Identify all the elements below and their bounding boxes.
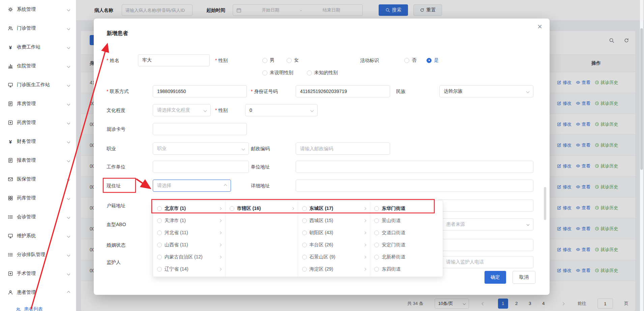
detail-address-input[interactable]	[296, 180, 533, 192]
chevron-down-icon	[67, 159, 70, 162]
sidebar-item-label: 财务管理	[17, 138, 67, 145]
cascader-option[interactable]: 安定门街道	[370, 239, 443, 251]
gender-radio-group: 男女	[262, 54, 299, 66]
blood-type-label: 血型ABO	[107, 218, 126, 230]
charge-workstation-icon: ¥	[7, 44, 13, 50]
marital-status-input[interactable]	[438, 239, 533, 251]
cascader-option-label: 西城区 (15)	[310, 218, 364, 224]
sidebar-item-11[interactable]: 药库管理	[0, 189, 76, 208]
work-unit-label: 工作单位	[107, 161, 125, 173]
sidebar-item-4[interactable]: 住院管理	[0, 57, 76, 75]
ethnicity-select[interactable]: 达斡尔族	[439, 85, 533, 97]
confirm-button[interactable]: 确定	[485, 271, 506, 284]
chevron-down-icon	[67, 253, 70, 256]
window-scrollbar[interactable]	[640, 0, 643, 311]
cascader-option[interactable]: 海淀区 (29)	[298, 263, 370, 275]
visit-card-input[interactable]	[153, 123, 247, 135]
unit-address-label: 单位地址	[251, 161, 270, 173]
sidebar-item-1[interactable]: 系统管理	[0, 0, 76, 19]
active-flag-option-2[interactable]: 是	[427, 57, 439, 63]
cascader-option-label: 天津市 (1)	[165, 218, 219, 224]
chevron-up-icon	[224, 184, 227, 187]
cascader-option[interactable]: 北新桥街道	[370, 251, 443, 263]
sidebar-item-10[interactable]: 医保管理	[0, 170, 76, 189]
cascader-option-label: 河北省 (11)	[165, 230, 219, 236]
cascader-option[interactable]: 东四街道	[370, 263, 443, 275]
household-address-input[interactable]	[438, 199, 533, 212]
contact-input[interactable]	[153, 85, 247, 97]
cascader-option[interactable]: 景山街道	[370, 215, 443, 227]
cascader-option[interactable]: 东华门街道	[370, 203, 443, 215]
sidebar-item-8[interactable]: ¥财务管理	[0, 132, 76, 151]
cascader-option[interactable]: 内蒙古自治区 (12)	[153, 251, 225, 263]
work-unit-input[interactable]	[153, 161, 249, 173]
cascader-option[interactable]: 北京市 (1)	[153, 203, 225, 215]
cascader-option[interactable]: 西城区 (15)	[298, 215, 370, 227]
patient-icon	[7, 289, 13, 296]
sidebar-item-label: 医保管理	[17, 176, 67, 182]
gender-option-1[interactable]: 男	[262, 57, 274, 63]
current-address-label: 现住址	[107, 180, 121, 192]
chevron-down-icon	[67, 215, 70, 219]
guardian-phone-input[interactable]: 请输入监护人电话	[438, 256, 533, 268]
occupation-select[interactable]: 职业	[153, 143, 249, 155]
patient-source-select[interactable]: 患者来源	[438, 218, 533, 230]
cancel-button[interactable]: 取消	[513, 271, 535, 284]
cascader-option[interactable]: 交道口街道	[370, 227, 443, 239]
sidebar-item-14[interactable]: 分诊排队管理	[0, 245, 76, 264]
cascader-option[interactable]: 石景山区 (9)	[298, 251, 370, 263]
cascader-option-label: 石景山区 (9)	[310, 254, 364, 260]
sidebar-item-7[interactable]: 药房管理	[0, 113, 76, 132]
current-address-select[interactable]: 请选择	[153, 180, 231, 192]
gender-radio-group-2: 未说明性别未知的性别	[262, 67, 338, 79]
scrollbar-thumb[interactable]	[640, 28, 643, 170]
sidebar-subitem-label: 患者列表	[24, 306, 43, 311]
sidebar-item-16[interactable]: 患者管理	[0, 283, 76, 302]
sidebar-item-13[interactable]: 维护系统	[0, 226, 76, 245]
unit-address-input[interactable]	[296, 161, 533, 173]
sidebar-item-5[interactable]: 门诊医生工作站	[0, 75, 76, 94]
education-select[interactable]: 请选择文化程度	[153, 104, 211, 116]
cascader-option[interactable]: 东城区 (17)	[298, 203, 370, 215]
cascader-option[interactable]: 丰台区 (26)	[298, 239, 370, 251]
chevron-right-icon	[363, 244, 366, 246]
chevron-up-icon	[67, 291, 70, 294]
cascader-option[interactable]: 朝阳区 (43)	[298, 227, 370, 239]
dialog-title: 新增患者	[107, 30, 128, 37]
sidebar-item-12[interactable]: 会诊管理	[0, 208, 76, 226]
cascader-option[interactable]: 山西省 (11)	[153, 239, 225, 251]
active-flag-option-1[interactable]: 否	[404, 57, 416, 63]
gender-code-value: 0	[250, 107, 252, 113]
cascader-option-label: 东华门街道	[382, 206, 439, 212]
radio-option-label: 男	[270, 57, 274, 63]
radio-icon	[374, 243, 379, 247]
chevron-down-icon	[67, 272, 70, 275]
cascader-option[interactable]: 市辖区 (16)	[226, 203, 298, 215]
sidebar-item-6[interactable]: 库房管理	[0, 94, 76, 113]
gender-option-2[interactable]: 未知的性别	[307, 70, 338, 76]
surgery-icon	[7, 271, 13, 277]
sidebar-item-3[interactable]: ¥收费工作站	[0, 38, 76, 57]
radio-icon	[302, 230, 307, 235]
gender-option-2[interactable]: 女	[287, 57, 299, 63]
radio-icon	[157, 218, 162, 223]
postal-code-input[interactable]	[296, 143, 390, 155]
radio-icon	[157, 255, 162, 259]
gender-code-select[interactable]: 0	[245, 104, 318, 116]
id-card-input[interactable]	[296, 85, 390, 97]
modal-scrollbar-thumb[interactable]	[544, 187, 546, 220]
sidebar-item-9[interactable]: 报表管理	[0, 151, 76, 170]
cascader-option[interactable]: 天津市 (1)	[153, 215, 225, 227]
guardian-phone-placeholder: 请输入监护人电话	[446, 259, 484, 265]
cascader-option[interactable]: 河北省 (11)	[153, 227, 225, 239]
active-flag-label: 活动标识	[360, 54, 379, 66]
sidebar-item-2[interactable]: 门诊管理	[0, 19, 76, 38]
radio-icon	[302, 243, 307, 247]
cascader-column-1: 北京市 (1)天津市 (1)河北省 (11)山西省 (11)内蒙古自治区 (12…	[153, 200, 226, 277]
name-input[interactable]	[138, 54, 210, 66]
cascader-option[interactable]: 辽宁省 (14)	[153, 263, 225, 275]
close-icon[interactable]: ×	[537, 23, 542, 31]
gender-option-1[interactable]: 未说明性别	[262, 70, 293, 76]
sidebar-item-patient-list[interactable]: 患者列表	[0, 302, 76, 311]
sidebar-item-15[interactable]: 手术管理	[0, 264, 76, 283]
